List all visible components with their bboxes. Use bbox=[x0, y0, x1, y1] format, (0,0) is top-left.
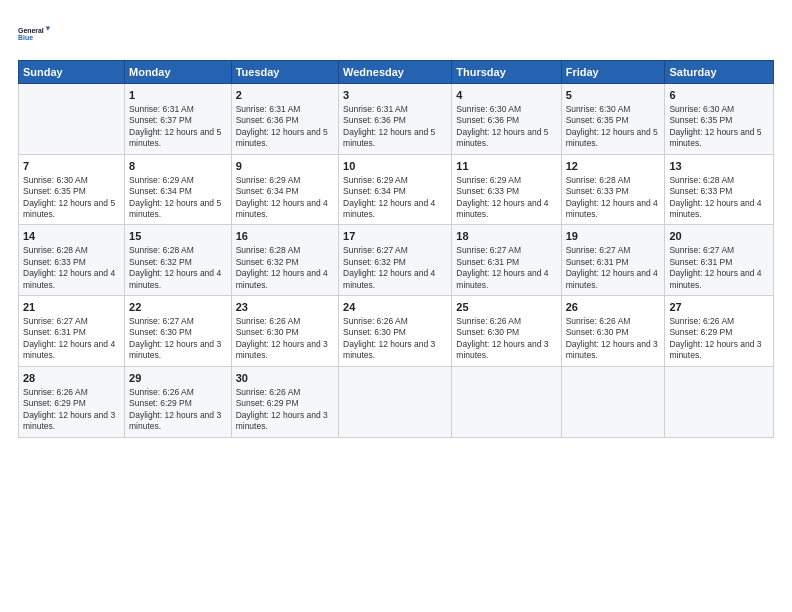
header-day: Monday bbox=[125, 61, 232, 84]
cell-info: Sunrise: 6:27 AMSunset: 6:30 PMDaylight:… bbox=[129, 316, 227, 362]
day-number: 11 bbox=[456, 159, 556, 174]
header-day: Friday bbox=[561, 61, 665, 84]
cell-info: Sunrise: 6:31 AMSunset: 6:36 PMDaylight:… bbox=[343, 104, 447, 150]
calendar-cell: 15Sunrise: 6:28 AMSunset: 6:32 PMDayligh… bbox=[125, 225, 232, 296]
logo: General Blue bbox=[18, 18, 50, 50]
cell-info: Sunrise: 6:26 AMSunset: 6:30 PMDaylight:… bbox=[456, 316, 556, 362]
calendar-week-row: 1Sunrise: 6:31 AMSunset: 6:37 PMDaylight… bbox=[19, 84, 774, 155]
calendar-cell bbox=[452, 366, 561, 437]
cell-info: Sunrise: 6:28 AMSunset: 6:33 PMDaylight:… bbox=[23, 245, 120, 291]
calendar-cell: 6Sunrise: 6:30 AMSunset: 6:35 PMDaylight… bbox=[665, 84, 774, 155]
calendar-cell: 8Sunrise: 6:29 AMSunset: 6:34 PMDaylight… bbox=[125, 154, 232, 225]
calendar-cell: 1Sunrise: 6:31 AMSunset: 6:37 PMDaylight… bbox=[125, 84, 232, 155]
header-day: Sunday bbox=[19, 61, 125, 84]
day-number: 13 bbox=[669, 159, 769, 174]
cell-info: Sunrise: 6:30 AMSunset: 6:36 PMDaylight:… bbox=[456, 104, 556, 150]
day-number: 17 bbox=[343, 229, 447, 244]
cell-info: Sunrise: 6:28 AMSunset: 6:33 PMDaylight:… bbox=[669, 175, 769, 221]
calendar-cell: 9Sunrise: 6:29 AMSunset: 6:34 PMDaylight… bbox=[231, 154, 338, 225]
svg-marker-2 bbox=[46, 27, 50, 31]
calendar-cell: 25Sunrise: 6:26 AMSunset: 6:30 PMDayligh… bbox=[452, 296, 561, 367]
day-number: 19 bbox=[566, 229, 661, 244]
cell-info: Sunrise: 6:27 AMSunset: 6:31 PMDaylight:… bbox=[669, 245, 769, 291]
day-number: 20 bbox=[669, 229, 769, 244]
calendar-cell: 4Sunrise: 6:30 AMSunset: 6:36 PMDaylight… bbox=[452, 84, 561, 155]
calendar-cell: 3Sunrise: 6:31 AMSunset: 6:36 PMDaylight… bbox=[339, 84, 452, 155]
day-number: 18 bbox=[456, 229, 556, 244]
calendar-cell: 19Sunrise: 6:27 AMSunset: 6:31 PMDayligh… bbox=[561, 225, 665, 296]
cell-info: Sunrise: 6:26 AMSunset: 6:30 PMDaylight:… bbox=[236, 316, 334, 362]
header-day: Thursday bbox=[452, 61, 561, 84]
cell-info: Sunrise: 6:29 AMSunset: 6:33 PMDaylight:… bbox=[456, 175, 556, 221]
day-number: 27 bbox=[669, 300, 769, 315]
calendar-cell bbox=[561, 366, 665, 437]
day-number: 10 bbox=[343, 159, 447, 174]
calendar-cell: 28Sunrise: 6:26 AMSunset: 6:29 PMDayligh… bbox=[19, 366, 125, 437]
cell-info: Sunrise: 6:26 AMSunset: 6:29 PMDaylight:… bbox=[23, 387, 120, 433]
day-number: 21 bbox=[23, 300, 120, 315]
calendar-cell: 18Sunrise: 6:27 AMSunset: 6:31 PMDayligh… bbox=[452, 225, 561, 296]
day-number: 23 bbox=[236, 300, 334, 315]
day-number: 16 bbox=[236, 229, 334, 244]
calendar-cell bbox=[665, 366, 774, 437]
calendar-cell: 17Sunrise: 6:27 AMSunset: 6:32 PMDayligh… bbox=[339, 225, 452, 296]
day-number: 4 bbox=[456, 88, 556, 103]
calendar-cell: 14Sunrise: 6:28 AMSunset: 6:33 PMDayligh… bbox=[19, 225, 125, 296]
cell-info: Sunrise: 6:26 AMSunset: 6:29 PMDaylight:… bbox=[236, 387, 334, 433]
day-number: 24 bbox=[343, 300, 447, 315]
cell-info: Sunrise: 6:27 AMSunset: 6:31 PMDaylight:… bbox=[456, 245, 556, 291]
cell-info: Sunrise: 6:27 AMSunset: 6:31 PMDaylight:… bbox=[23, 316, 120, 362]
header-day: Saturday bbox=[665, 61, 774, 84]
day-number: 15 bbox=[129, 229, 227, 244]
day-number: 6 bbox=[669, 88, 769, 103]
cell-info: Sunrise: 6:28 AMSunset: 6:32 PMDaylight:… bbox=[129, 245, 227, 291]
cell-info: Sunrise: 6:28 AMSunset: 6:32 PMDaylight:… bbox=[236, 245, 334, 291]
calendar-cell: 24Sunrise: 6:26 AMSunset: 6:30 PMDayligh… bbox=[339, 296, 452, 367]
cell-info: Sunrise: 6:30 AMSunset: 6:35 PMDaylight:… bbox=[23, 175, 120, 221]
calendar-cell: 16Sunrise: 6:28 AMSunset: 6:32 PMDayligh… bbox=[231, 225, 338, 296]
header-day: Tuesday bbox=[231, 61, 338, 84]
calendar-cell: 10Sunrise: 6:29 AMSunset: 6:34 PMDayligh… bbox=[339, 154, 452, 225]
day-number: 7 bbox=[23, 159, 120, 174]
cell-info: Sunrise: 6:27 AMSunset: 6:31 PMDaylight:… bbox=[566, 245, 661, 291]
day-number: 26 bbox=[566, 300, 661, 315]
day-number: 14 bbox=[23, 229, 120, 244]
cell-info: Sunrise: 6:28 AMSunset: 6:33 PMDaylight:… bbox=[566, 175, 661, 221]
day-number: 5 bbox=[566, 88, 661, 103]
cell-info: Sunrise: 6:29 AMSunset: 6:34 PMDaylight:… bbox=[129, 175, 227, 221]
calendar-cell: 27Sunrise: 6:26 AMSunset: 6:29 PMDayligh… bbox=[665, 296, 774, 367]
cell-info: Sunrise: 6:31 AMSunset: 6:36 PMDaylight:… bbox=[236, 104, 334, 150]
calendar-cell: 11Sunrise: 6:29 AMSunset: 6:33 PMDayligh… bbox=[452, 154, 561, 225]
day-number: 2 bbox=[236, 88, 334, 103]
day-number: 12 bbox=[566, 159, 661, 174]
calendar-week-row: 14Sunrise: 6:28 AMSunset: 6:33 PMDayligh… bbox=[19, 225, 774, 296]
calendar-week-row: 7Sunrise: 6:30 AMSunset: 6:35 PMDaylight… bbox=[19, 154, 774, 225]
calendar-week-row: 28Sunrise: 6:26 AMSunset: 6:29 PMDayligh… bbox=[19, 366, 774, 437]
day-number: 9 bbox=[236, 159, 334, 174]
calendar-cell: 23Sunrise: 6:26 AMSunset: 6:30 PMDayligh… bbox=[231, 296, 338, 367]
calendar-header: SundayMondayTuesdayWednesdayThursdayFrid… bbox=[19, 61, 774, 84]
calendar-cell: 30Sunrise: 6:26 AMSunset: 6:29 PMDayligh… bbox=[231, 366, 338, 437]
day-number: 28 bbox=[23, 371, 120, 386]
calendar-cell bbox=[339, 366, 452, 437]
cell-info: Sunrise: 6:29 AMSunset: 6:34 PMDaylight:… bbox=[343, 175, 447, 221]
day-number: 25 bbox=[456, 300, 556, 315]
calendar-week-row: 21Sunrise: 6:27 AMSunset: 6:31 PMDayligh… bbox=[19, 296, 774, 367]
svg-text:General: General bbox=[18, 27, 44, 34]
calendar-cell bbox=[19, 84, 125, 155]
day-number: 22 bbox=[129, 300, 227, 315]
cell-info: Sunrise: 6:26 AMSunset: 6:30 PMDaylight:… bbox=[343, 316, 447, 362]
cell-info: Sunrise: 6:27 AMSunset: 6:32 PMDaylight:… bbox=[343, 245, 447, 291]
calendar-cell: 2Sunrise: 6:31 AMSunset: 6:36 PMDaylight… bbox=[231, 84, 338, 155]
day-number: 29 bbox=[129, 371, 227, 386]
cell-info: Sunrise: 6:30 AMSunset: 6:35 PMDaylight:… bbox=[669, 104, 769, 150]
cell-info: Sunrise: 6:31 AMSunset: 6:37 PMDaylight:… bbox=[129, 104, 227, 150]
day-number: 3 bbox=[343, 88, 447, 103]
calendar-cell: 5Sunrise: 6:30 AMSunset: 6:35 PMDaylight… bbox=[561, 84, 665, 155]
calendar-cell: 7Sunrise: 6:30 AMSunset: 6:35 PMDaylight… bbox=[19, 154, 125, 225]
calendar-cell: 21Sunrise: 6:27 AMSunset: 6:31 PMDayligh… bbox=[19, 296, 125, 367]
calendar-cell: 13Sunrise: 6:28 AMSunset: 6:33 PMDayligh… bbox=[665, 154, 774, 225]
cell-info: Sunrise: 6:26 AMSunset: 6:29 PMDaylight:… bbox=[669, 316, 769, 362]
day-number: 8 bbox=[129, 159, 227, 174]
calendar-cell: 20Sunrise: 6:27 AMSunset: 6:31 PMDayligh… bbox=[665, 225, 774, 296]
